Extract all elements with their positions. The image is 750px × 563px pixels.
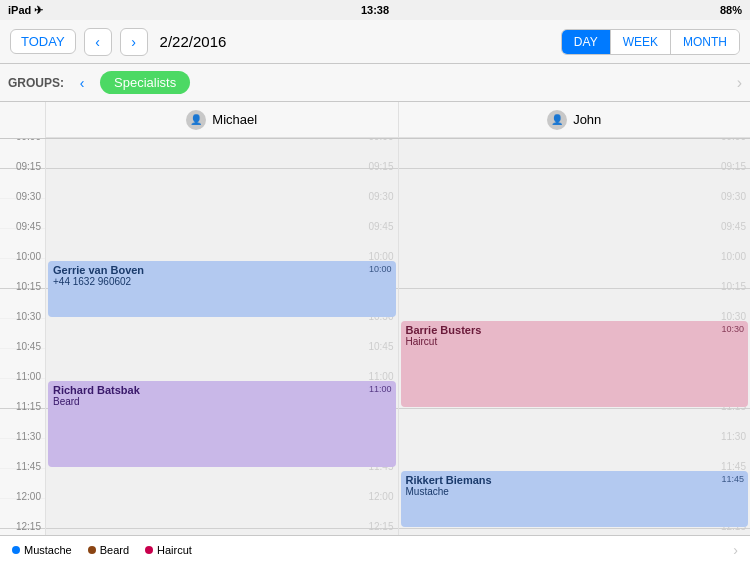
legend-chevron[interactable]: ›	[733, 542, 738, 558]
legend-dot-beard	[88, 546, 96, 554]
legend-dot-haircut	[145, 546, 153, 554]
legend-dot-mustache	[12, 546, 20, 554]
nav-date: 2/22/2016	[160, 33, 553, 50]
next-arrow[interactable]: ›	[120, 28, 148, 56]
appointment-appt1[interactable]: Gerrie van Boven+44 1632 96060210:00	[48, 261, 396, 317]
time-column: 09:0009:1509:3009:4510:0010:1510:3010:45…	[0, 139, 46, 535]
specialist-header-michael: 👤 Michael	[46, 102, 399, 138]
appointment-appt4[interactable]: Rikkert BiemansMustache11:45	[401, 471, 749, 527]
legend-item-mustache: Mustache	[12, 544, 72, 556]
appointment-appt3[interactable]: Barrie BustersHaircut10:30	[401, 321, 749, 407]
today-button[interactable]: TODAY	[10, 29, 76, 54]
status-right: 88%	[720, 4, 742, 16]
legend-item-haircut: Haircut	[145, 544, 192, 556]
status-bar: iPad ✈ 13:38 88%	[0, 0, 750, 20]
view-switcher: DAY WEEK MONTH	[561, 29, 740, 55]
prev-arrow[interactable]: ‹	[84, 28, 112, 56]
view-month-button[interactable]: MONTH	[671, 30, 739, 54]
group-specialists[interactable]: Specialists	[100, 71, 190, 94]
view-week-button[interactable]: WEEK	[611, 30, 671, 54]
legend-item-beard: Beard	[88, 544, 129, 556]
calendar-container: 👤 Michael 👤 John 09:0009:1509:3009:4510:…	[0, 102, 750, 535]
michael-column: 09:0009:1509:3009:4510:0010:1510:3010:45…	[46, 139, 399, 535]
groups-right-arrow: ›	[737, 74, 742, 92]
appointment-appt2[interactable]: Richard BatsbakBeard11:00	[48, 381, 396, 467]
scroll-area[interactable]: 09:0009:1509:3009:4510:0010:1510:3010:45…	[0, 139, 750, 535]
view-day-button[interactable]: DAY	[562, 30, 611, 54]
specialist-header-john: 👤 John	[399, 102, 751, 138]
groups-bar: GROUPS: ‹ Specialists ›	[0, 64, 750, 102]
status-left: iPad ✈	[8, 4, 43, 17]
status-time: 13:38	[361, 4, 389, 16]
groups-label: GROUPS:	[8, 76, 64, 90]
avatar-john: 👤	[547, 110, 567, 130]
groups-left-arrow[interactable]: ‹	[70, 71, 94, 95]
legend-bar: Mustache Beard Haircut ›	[0, 535, 750, 563]
john-column: 09:0009:1509:3009:4510:0010:1510:3010:45…	[399, 139, 751, 535]
avatar-michael: 👤	[186, 110, 206, 130]
nav-bar: TODAY ‹ › 2/22/2016 DAY WEEK MONTH	[0, 20, 750, 64]
